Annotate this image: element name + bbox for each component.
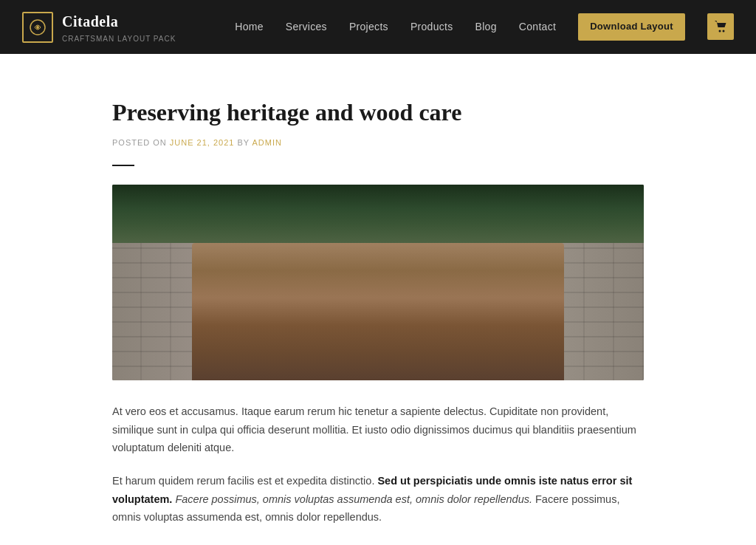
door-panel-right xyxy=(380,250,527,380)
main-content: Preserving heritage and wood care POSTED… xyxy=(0,54,756,545)
nav-download-layout[interactable]: Download Layout xyxy=(578,13,685,41)
main-nav: Home Services Projects Products Blog Con… xyxy=(235,13,734,41)
post-subheading: Et iusto odio dignissimos ducimus qui bl… xyxy=(112,541,644,545)
content-wrapper: Preserving heritage and wood care POSTED… xyxy=(97,54,659,545)
logo-title: Citadela xyxy=(62,10,176,33)
logo-area[interactable]: Citadela Craftsman Layout Pack xyxy=(22,10,176,45)
post-body: At vero eos et accusamus. Itaque earum r… xyxy=(112,402,644,545)
logo-icon xyxy=(22,12,53,43)
nav-blog[interactable]: Blog xyxy=(475,18,497,35)
nav-home[interactable]: Home xyxy=(235,18,264,35)
logo-text-area: Citadela Craftsman Layout Pack xyxy=(62,10,176,45)
site-header: Citadela Craftsman Layout Pack Home Serv… xyxy=(0,0,756,54)
nav-products[interactable]: Products xyxy=(410,18,453,35)
nav-services[interactable]: Services xyxy=(286,18,327,35)
paragraph-2: Et harum quidem rerum facilis est et exp… xyxy=(112,472,644,527)
post-title: Preserving heritage and wood care xyxy=(112,98,644,126)
svg-point-2 xyxy=(719,30,721,32)
para2-italic: Facere possimus, omnis voluptas assumend… xyxy=(172,493,532,505)
logo-subtitle: Craftsman Layout Pack xyxy=(62,33,176,45)
featured-image xyxy=(112,185,644,380)
para2-normal: Et harum quidem rerum facilis est et exp… xyxy=(112,475,377,487)
post-author: ADMIN xyxy=(252,138,281,147)
post-divider xyxy=(112,165,134,166)
svg-point-3 xyxy=(723,30,725,32)
door-panel-left xyxy=(229,250,376,380)
svg-point-1 xyxy=(36,26,39,29)
paragraph-1: At vero eos et accusamus. Itaque earum r… xyxy=(112,402,644,457)
by-label: BY xyxy=(238,138,252,147)
post-date: JUNE 21, 2021 xyxy=(170,138,238,147)
nav-projects[interactable]: Projects xyxy=(349,18,388,35)
meta-prefix: POSTED ON xyxy=(112,138,170,147)
cart-button[interactable] xyxy=(707,13,734,40)
nav-contact[interactable]: Contact xyxy=(519,18,556,35)
post-meta: POSTED ON JUNE 21, 2021 BY ADMIN xyxy=(112,137,644,150)
